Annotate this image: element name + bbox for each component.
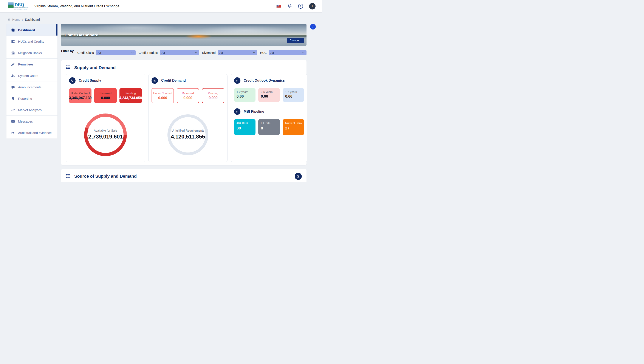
us-flag-icon[interactable] [276, 5, 281, 8]
user-menu-button[interactable]: T [309, 3, 316, 10]
sidebar-item-system-users[interactable]: System Users [6, 70, 58, 81]
section-title-source-supply-demand: Source of Supply and Demand [74, 174, 137, 179]
breadcrumb-home-link[interactable]: Home [8, 18, 20, 22]
list-icon [66, 174, 70, 179]
sidebar-item-mitigation-banks[interactable]: Mitigation Banks [6, 47, 58, 59]
chevron-down-icon [253, 51, 255, 54]
users-icon [11, 74, 15, 78]
credit-outlook-card: Credit Outlook Dynamics 1-2 years 0.66 3… [231, 74, 307, 162]
badge-value: 0.000 [158, 96, 167, 100]
badge-value: 4,243,734.058 [119, 96, 142, 100]
sidebar-item-label: Mitigation Banks [18, 51, 42, 55]
badge-label: Pending [126, 92, 136, 95]
demand-pending-badge: Pending 0.000 [202, 88, 224, 103]
filter-label-credit-product: Credit Product [138, 51, 158, 55]
home-icon [8, 18, 11, 22]
sidebar-item-market-analytics[interactable]: Market Analytics [6, 104, 58, 116]
bank-icon [11, 51, 15, 55]
tile-value: 38 [236, 126, 255, 131]
sidebar-item-hucs-and-credits[interactable]: HUCs and Credits [6, 36, 58, 47]
fast-forward-icon [11, 131, 15, 135]
deq-logo: DEQ Virginia Department of Environmental… [8, 2, 28, 10]
tile-label: ILF Site [261, 122, 279, 125]
top-bar: DEQ Virginia Department of Environmental… [0, 0, 322, 12]
tile-value: 0.66 [261, 94, 279, 99]
credit-supply-title: Credit Supply [79, 79, 101, 83]
filter-bar: Filter by - Credit Class All Credit Prod… [61, 50, 306, 55]
tile-value: 0.66 [285, 94, 303, 99]
sidebar-item-reporting[interactable]: Reporting [6, 93, 58, 104]
layout-icon [11, 40, 15, 44]
badge-value: 0.000 [184, 96, 192, 100]
help-button[interactable]: ? [298, 4, 303, 9]
outlook-tile-1-6-years: 1-6 years 0.66 [282, 88, 304, 102]
filter-label-huc: HUC [260, 51, 266, 55]
mbi-tile-404-bank: 404 Bank 38 [234, 119, 256, 135]
supply-under-contract-badge: Under Contract 3,346,047.139 [69, 88, 92, 103]
info-icon: i [312, 25, 314, 29]
tile-label: 404 Bank [236, 122, 255, 125]
deq-logo-subline2: Environmental Quality [14, 9, 28, 10]
source-supply-demand-section: Source of Supply and Demand [61, 169, 306, 182]
mbi-tile-ilf-site: ILF Site 8 [258, 119, 280, 135]
main-content: Home Dashboard Change... Filter by - Cre… [61, 24, 306, 182]
badge-value: 3,346,047.139 [69, 96, 92, 100]
hero-title: Home Dashboard [64, 33, 98, 38]
sidebar-item-label: Permittees [18, 63, 34, 66]
breadcrumb: Home / Dashboard [8, 18, 40, 22]
deq-logo-acronym: DEQ [14, 2, 28, 7]
rivershed-select[interactable]: All [218, 50, 258, 55]
chevron-down-icon [195, 51, 198, 54]
deq-logo-subline1: Virginia Department of [14, 8, 28, 9]
demand-ring-label: Unfulfilled Requirements [156, 129, 220, 132]
credit-class-select[interactable]: All [96, 50, 136, 55]
tile-value: 27 [285, 126, 303, 131]
waves-icon [69, 77, 76, 84]
sidebar-item-label: Messages [18, 120, 33, 123]
tile-label: 1-6 years [285, 90, 303, 94]
notifications-button[interactable] [287, 4, 292, 9]
bar-chart-icon [234, 108, 240, 115]
document-icon [11, 97, 15, 101]
badge-label: Reserved [182, 92, 194, 95]
sidebar-item-label: System Users [18, 74, 38, 78]
change-banner-button[interactable]: Change... [287, 38, 304, 43]
megaphone-icon [11, 85, 15, 89]
huc-select[interactable]: All [268, 50, 306, 55]
demand-ring-value: 4,120,511.855 [156, 133, 220, 140]
avatar: T [309, 3, 316, 10]
mbi-pipeline-title: MBI Pipeline [244, 110, 264, 114]
sidebar-item-label: Dashboard [18, 28, 35, 32]
info-button[interactable]: i [310, 24, 316, 30]
sidebar-item-announcements[interactable]: Announcements [6, 81, 58, 93]
badge-value: 0.000 [208, 96, 218, 100]
gavel-icon [11, 62, 15, 66]
badge-label: Pending [208, 92, 218, 95]
grid-icon [11, 28, 15, 32]
bar-chart-icon [234, 77, 240, 84]
bell-icon [287, 4, 292, 9]
credit-supply-donut: Available for Sale 2,739,019.601 [69, 109, 142, 161]
credit-class-value: All [98, 51, 132, 54]
outlook-tile-3-5-years: 3-5 years 0.66 [258, 88, 280, 102]
filter-label-rivershed: Rivershed [202, 51, 216, 55]
deq-logo-art [8, 2, 14, 8]
sidebar-item-permittees[interactable]: Permittees [6, 59, 58, 70]
map-view-button[interactable] [295, 173, 302, 180]
sidebar-item-audit-trail[interactable]: Audit trail and evidence [6, 127, 58, 139]
sidebar-item-label: Announcements [18, 85, 41, 89]
credit-product-select[interactable]: All [160, 50, 199, 55]
waves-icon [152, 77, 158, 84]
badge-value: 0.000 [101, 96, 110, 100]
credit-outlook-title: Credit Outlook Dynamics [244, 79, 285, 83]
sidebar: Dashboard HUCs and Credits Mitigation Ba… [6, 24, 58, 139]
tile-label: Nutrient Bank [285, 122, 303, 125]
filter-prefix: Filter by - [61, 49, 75, 57]
map-pin-icon [296, 174, 300, 179]
sidebar-item-label: HUCs and Credits [18, 40, 44, 43]
tile-value: 8 [261, 126, 279, 131]
hero-banner: Home Dashboard Change... [61, 24, 306, 46]
sidebar-item-dashboard[interactable]: Dashboard [6, 24, 58, 36]
envelope-icon [11, 119, 15, 123]
sidebar-item-messages[interactable]: Messages [6, 116, 58, 127]
